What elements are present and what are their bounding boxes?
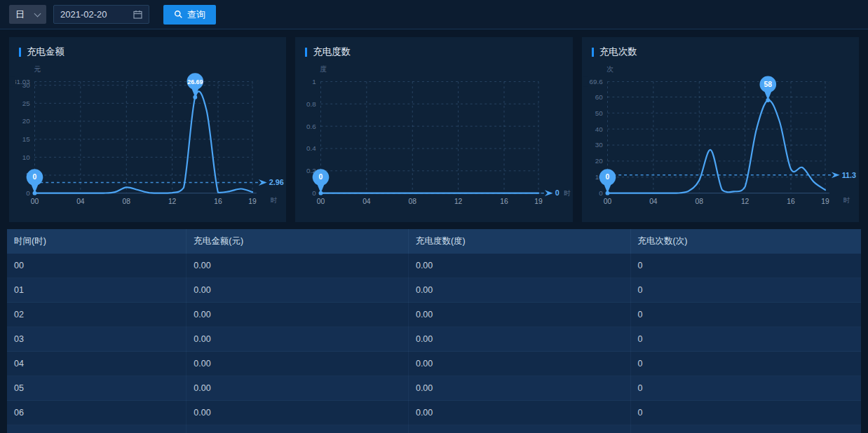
table-cell: 06 xyxy=(7,401,187,425)
table-cell: 0.00 xyxy=(408,254,630,278)
period-select-value: 日 xyxy=(15,8,25,21)
table-row: 060.000.000 xyxy=(7,401,861,425)
svg-text:元: 元 xyxy=(34,65,41,73)
svg-text:11.3: 11.3 xyxy=(841,171,855,179)
chevron-down-icon xyxy=(34,10,41,17)
panel-title: 充电度数 xyxy=(295,37,572,58)
svg-text:度: 度 xyxy=(320,65,327,73)
table-cell: 0.00 xyxy=(187,425,409,433)
svg-text:0: 0 xyxy=(319,173,323,181)
svg-text:20: 20 xyxy=(22,117,30,125)
calendar-icon[interactable] xyxy=(133,10,142,19)
table-cell: 0.00 xyxy=(408,327,630,352)
svg-text:26.69: 26.69 xyxy=(187,78,203,85)
svg-text:时: 时 xyxy=(271,196,278,204)
table-cell: 0.00 xyxy=(187,352,409,376)
table-cell: 05 xyxy=(7,376,187,401)
chart-title: 充电次数 xyxy=(599,46,637,58)
table-cell: 0 xyxy=(630,401,861,425)
svg-text:58: 58 xyxy=(764,81,772,88)
query-button[interactable]: 查询 xyxy=(163,5,216,25)
table-row: 070.000.000 xyxy=(7,425,861,433)
svg-text:0: 0 xyxy=(605,173,609,181)
chart-panel-amount: 充电金额 05101520253031.03000408121619元2.96时… xyxy=(9,37,286,222)
panel-title: 充电金额 xyxy=(9,37,286,58)
svg-text:次: 次 xyxy=(606,65,613,73)
svg-text:60: 60 xyxy=(595,93,602,101)
svg-text:08: 08 xyxy=(695,198,703,205)
panel-title: 充电次数 xyxy=(582,37,859,58)
date-input[interactable]: 2021-02-20 xyxy=(53,5,149,24)
svg-text:04: 04 xyxy=(76,198,85,205)
svg-text:16: 16 xyxy=(501,198,509,205)
svg-text:19: 19 xyxy=(821,198,829,205)
table-cell: 01 xyxy=(7,278,187,303)
table-cell: 07 xyxy=(7,425,187,433)
svg-text:0.6: 0.6 xyxy=(306,123,316,130)
table-cell: 0 xyxy=(630,278,861,303)
chart-panel-count: 充电次数 010203040506069.6000408121619次11.3时… xyxy=(582,37,859,222)
energy-line-chart[interactable]: 00.20.40.60.81000408121619度0时0 xyxy=(295,60,572,219)
svg-text:0: 0 xyxy=(555,188,560,197)
svg-text:04: 04 xyxy=(649,198,658,205)
chart-title: 充电度数 xyxy=(313,46,351,58)
table-cell: 0.00 xyxy=(187,327,409,352)
table-cell: 0 xyxy=(630,376,861,401)
svg-text:08: 08 xyxy=(123,198,131,205)
table-cell: 0 xyxy=(630,327,861,352)
svg-text:00: 00 xyxy=(603,198,611,205)
svg-text:00: 00 xyxy=(31,198,39,205)
column-header: 充电次数(次) xyxy=(630,229,861,254)
svg-text:19: 19 xyxy=(535,198,543,205)
svg-text:1: 1 xyxy=(312,78,316,85)
table-cell: 04 xyxy=(7,352,187,376)
svg-text:12: 12 xyxy=(168,198,177,205)
table-cell: 0 xyxy=(630,254,861,278)
table-cell: 03 xyxy=(7,327,187,352)
svg-text:20: 20 xyxy=(595,157,602,165)
column-header: 充电度数(度) xyxy=(408,229,630,254)
table-row: 010.000.000 xyxy=(7,278,861,303)
svg-text:16: 16 xyxy=(214,198,222,205)
hours-table-wrap: 时间(时)充电金额(元)充电度数(度)充电次数(次) 000.000.00001… xyxy=(7,229,861,433)
svg-text:40: 40 xyxy=(595,125,602,133)
table-row: 000.000.000 xyxy=(7,254,861,278)
table-cell: 0.00 xyxy=(187,303,409,327)
svg-text:00: 00 xyxy=(317,198,325,205)
svg-text:08: 08 xyxy=(409,198,417,205)
query-button-label: 查询 xyxy=(187,8,205,21)
table-cell: 0.00 xyxy=(408,401,630,425)
search-icon xyxy=(174,10,183,19)
svg-text:19: 19 xyxy=(248,198,257,205)
svg-text:04: 04 xyxy=(362,198,371,205)
title-accent-bar xyxy=(592,48,594,57)
title-accent-bar xyxy=(305,48,307,57)
table-cell: 0.00 xyxy=(408,425,630,433)
table-cell: 0.00 xyxy=(408,376,630,401)
svg-text:50: 50 xyxy=(595,109,602,117)
svg-text:0: 0 xyxy=(599,189,603,197)
column-header: 时间(时) xyxy=(7,229,187,254)
svg-text:69.6: 69.6 xyxy=(589,78,603,85)
svg-text:0.4: 0.4 xyxy=(306,144,316,152)
svg-text:10: 10 xyxy=(22,153,30,161)
table-cell: 02 xyxy=(7,303,187,327)
svg-text:0: 0 xyxy=(312,189,316,197)
svg-text:25: 25 xyxy=(22,99,30,107)
count-line-chart[interactable]: 010203040506069.6000408121619次11.3时058 xyxy=(582,60,859,219)
date-value: 2021-02-20 xyxy=(60,9,107,20)
table-cell: 0.00 xyxy=(408,352,630,376)
period-select[interactable]: 日 xyxy=(9,5,46,24)
charts-row: 充电金额 05101520253031.03000408121619元2.96时… xyxy=(0,29,868,222)
svg-text:16: 16 xyxy=(787,198,795,205)
table-cell: 0 xyxy=(630,303,861,327)
amount-line-chart[interactable]: 05101520253031.03000408121619元2.96时026.6… xyxy=(9,60,286,219)
svg-text:15: 15 xyxy=(22,135,30,143)
chart-panel-energy: 充电度数 00.20.40.60.81000408121619度0时0 xyxy=(295,37,572,222)
table-row: 040.000.000 xyxy=(7,352,861,376)
svg-text:12: 12 xyxy=(454,198,463,205)
hours-table: 时间(时)充电金额(元)充电度数(度)充电次数(次) 000.000.00001… xyxy=(7,229,861,433)
table-cell: 0.00 xyxy=(187,401,409,425)
chart-title: 充电金额 xyxy=(27,46,65,58)
table-row: 050.000.000 xyxy=(7,376,861,401)
